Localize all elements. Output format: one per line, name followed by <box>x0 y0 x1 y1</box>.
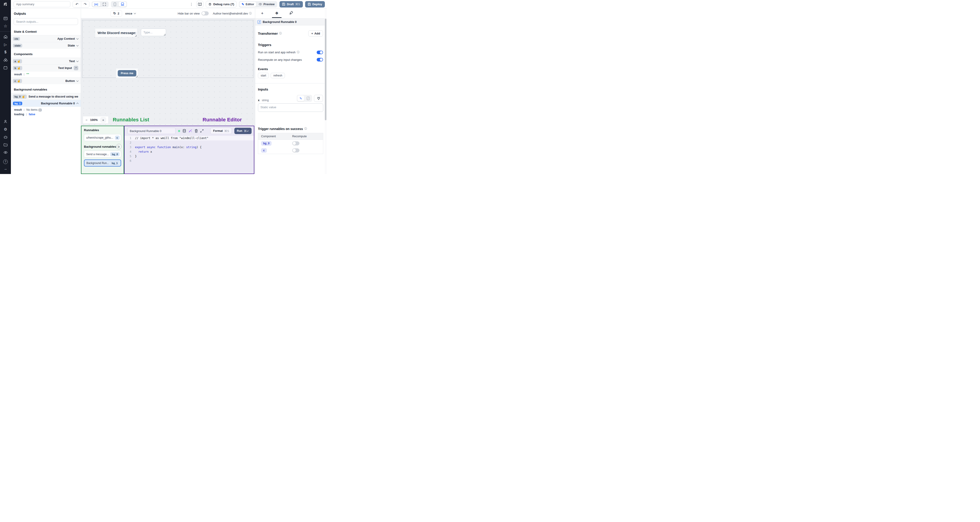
user-icon[interactable] <box>0 118 11 126</box>
audit-eye-icon[interactable] <box>0 149 11 156</box>
tab-preview[interactable]: Preview <box>256 2 277 6</box>
resize-handle[interactable] <box>164 34 165 35</box>
fullscreen-button[interactable] <box>101 2 108 6</box>
interval-dropdown[interactable]: once <box>125 12 136 15</box>
eval-mode-button[interactable]: ƒ <box>305 95 312 101</box>
resources-cube-icon[interactable] <box>0 56 11 64</box>
desktop-view-button[interactable] <box>119 2 126 6</box>
settings-gear-icon[interactable]: ⚙ <box>0 126 11 133</box>
tab-component-settings[interactable]: ❖ <box>273 11 281 18</box>
run-on-start-toggle[interactable] <box>317 51 323 54</box>
variables-dollar-icon[interactable]: $ <box>0 48 11 56</box>
result-key: result <box>14 73 22 76</box>
runnable-name-input[interactable] <box>127 128 176 134</box>
favorites-star-icon[interactable]: ☆ <box>0 22 11 30</box>
component-badge-c[interactable]: c <box>261 148 267 153</box>
draft-button[interactable]: Draft ⌘S <box>280 1 302 8</box>
static-value-textarea[interactable] <box>258 103 323 112</box>
runs-play-icon[interactable]: ▷ <box>0 41 11 48</box>
help-icon[interactable]: ? <box>3 159 8 164</box>
tab-insert-component[interactable]: + <box>258 11 266 18</box>
output-row-bg0[interactable]: bg_0☝ Send a message to discord using we… <box>11 93 81 100</box>
static-mode-button[interactable]: ✎ <box>298 95 304 101</box>
tab-editor[interactable]: ✎ Editor <box>240 2 256 7</box>
code-line[interactable]: 5 } <box>124 154 254 159</box>
bg1-result-row[interactable]: result: No items ([]) <box>11 107 81 113</box>
more-menu-kebab-icon[interactable]: ⋮ <box>189 2 194 6</box>
component-badge-bg0[interactable]: bg_0 <box>261 141 272 146</box>
output-row-b[interactable]: b☝ Text Input <box>11 64 81 71</box>
tab-styling[interactable] <box>288 11 295 17</box>
zoom-in-button[interactable]: + <box>100 117 106 123</box>
deploy-label: Deploy <box>312 3 322 6</box>
redo-button[interactable]: ↷ <box>81 1 89 8</box>
collapse-chevron-button[interactable] <box>74 66 78 70</box>
code-line[interactable]: 1 // import * as wmill from "windmill-cl… <box>124 136 254 140</box>
chevron-up-icon[interactable] <box>76 103 79 105</box>
undo-button[interactable]: ↶ <box>73 1 81 8</box>
center-align-button[interactable]: |o| <box>92 2 100 6</box>
windmill-logo[interactable] <box>0 0 11 9</box>
event-pill-refresh[interactable]: refresh <box>270 73 285 78</box>
b-result-row[interactable]: result: "" <box>11 71 81 77</box>
deploy-button[interactable]: Deploy <box>305 1 325 8</box>
draft-shortcut: ⌘S <box>295 3 300 6</box>
search-outputs-input[interactable] <box>14 18 78 25</box>
output-row-a[interactable]: a☝ Text <box>11 57 81 64</box>
delete-trash-icon[interactable] <box>195 129 198 133</box>
output-row-bg1[interactable]: bg_1 Background Runnable 0 <box>11 100 81 107</box>
apps-icon[interactable] <box>0 14 11 22</box>
format-button[interactable]: Format ⌘S <box>210 128 232 134</box>
ai-magic-wand-icon[interactable] <box>189 129 192 133</box>
connect-plug-button[interactable] <box>314 95 323 102</box>
chevron-down-icon[interactable] <box>76 60 79 62</box>
zoom-out-button[interactable]: − <box>86 118 88 122</box>
code-line[interactable]: 4 return x <box>124 150 254 154</box>
scrollbar-track[interactable] <box>325 9 327 174</box>
docs-book-button[interactable] <box>196 1 204 8</box>
code-line[interactable]: 2 <box>124 140 254 145</box>
app-summary-input[interactable] <box>14 1 70 7</box>
runnable-item-bg1-selected[interactable]: Background Run... bg_1 <box>84 159 121 167</box>
output-row-state[interactable]: state State <box>11 42 81 49</box>
bg1-loading-row[interactable]: loading: false <box>11 113 81 117</box>
output-row-c[interactable]: c☝ Button <box>11 77 81 84</box>
hide-bar-toggle[interactable] <box>202 11 209 16</box>
chevron-down-icon[interactable] <box>76 37 79 40</box>
add-background-runnable-button[interactable]: + <box>116 144 122 149</box>
event-pill-start[interactable]: start <box>258 73 269 78</box>
scrollbar-thumb[interactable] <box>325 19 326 120</box>
press-me-button[interactable]: Press me <box>118 70 136 76</box>
recompute-toggle-bg0[interactable] <box>292 141 299 145</box>
hand-pointer-icon: ☝ <box>17 60 21 63</box>
refresh-count-button[interactable]: ↻ 2 <box>110 10 122 17</box>
recompute-toggle-c[interactable] <box>292 148 299 153</box>
code-line[interactable]: 6 <box>124 159 254 163</box>
info-icon: ⓘ <box>297 50 300 54</box>
cache-database-icon[interactable] <box>183 129 186 133</box>
add-transformer-button[interactable]: +Add <box>308 30 323 37</box>
runnable-item-bg0[interactable]: Send a message... bg_0 <box>84 151 121 158</box>
debug-runs-button[interactable]: Debug runs (7) <box>206 1 237 8</box>
mobile-view-button[interactable] <box>111 2 118 7</box>
app-canvas[interactable]: Write Discord message: Type... Press me … <box>81 18 255 126</box>
code-editor[interactable]: 1 // import * as wmill from "windmill-cl… <box>124 135 254 173</box>
output-row-ctx[interactable]: ctx App Context <box>11 35 81 42</box>
folders-icon[interactable] <box>0 141 11 149</box>
resize-handle[interactable] <box>135 35 137 37</box>
schedules-calendar-icon[interactable] <box>0 64 11 72</box>
recompute-toggle[interactable] <box>317 58 323 62</box>
textinput-component-b[interactable]: Type... <box>141 29 166 36</box>
button-component-c[interactable]: Press me <box>116 68 138 78</box>
text-component-a[interactable]: Write Discord message: <box>95 29 137 37</box>
runnable-item-c[interactable]: u/henri/scrape_githu... c <box>84 134 121 141</box>
home-icon[interactable] <box>0 33 11 41</box>
expand-editor-icon[interactable] <box>200 129 204 132</box>
run-button[interactable]: Run ⌘↵ <box>234 128 251 134</box>
resize-handle[interactable] <box>136 76 137 77</box>
workers-robot-icon[interactable] <box>0 133 11 141</box>
chevron-down-icon[interactable] <box>76 44 79 46</box>
collapse-arrow-icon[interactable]: → <box>0 165 11 173</box>
code-line[interactable]: 3 export async function main(x: string) … <box>124 145 254 150</box>
chevron-down-icon[interactable] <box>76 80 79 82</box>
